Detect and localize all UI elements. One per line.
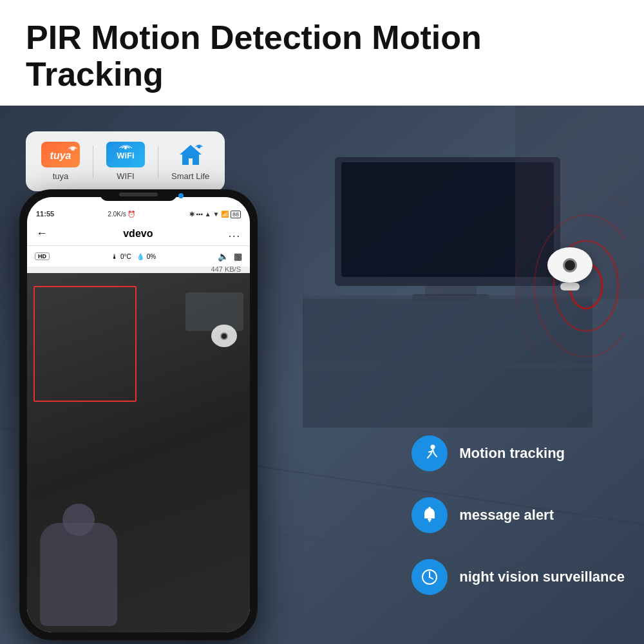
svg-rect-4 (425, 286, 477, 296)
divider-2 (158, 146, 158, 178)
nav-title: vdevo (48, 228, 229, 240)
svg-point-27 (428, 507, 431, 509)
phone-speaker (119, 193, 158, 196)
toolbar-info: 🌡 0°C 💧 0% (111, 253, 156, 260)
app-bar: tuya tuya (26, 131, 225, 191)
camera-in-feed (211, 325, 237, 347)
person-head (62, 504, 95, 536)
smartlife-item: Smart Life (171, 142, 209, 181)
svg-rect-26 (429, 520, 431, 522)
layout-icon[interactable]: ▦ (234, 251, 242, 261)
nav-bar: ← vdevo ... (27, 222, 250, 246)
back-button[interactable]: ← (36, 227, 48, 240)
smartlife-icon (175, 142, 207, 167)
header: PIR Motion Detection Motion Tracking (0, 0, 644, 106)
svg-text:WiFi: WiFi (117, 151, 134, 160)
message-alert-label: message alert (459, 507, 554, 524)
quality-selector[interactable]: HD (35, 252, 50, 260)
wifi-item: WiFi WIFI (106, 142, 145, 181)
person-silhouette (40, 523, 117, 626)
phone-inner: 11:55 2.0K/s ⏰ ✱ ▪▪▪ ▲ ▼ 📶 88 ← vdevo ..… (27, 197, 250, 632)
camera-base (560, 283, 580, 290)
speed-display: 447 KB/S (27, 265, 241, 273)
camera-body (547, 247, 592, 283)
tuya-label: tuya (53, 171, 69, 181)
tuya-icon: tuya (41, 142, 80, 167)
page-title: PIR Motion Detection Motion Tracking (26, 19, 618, 93)
svg-point-18 (124, 147, 127, 149)
motion-tracking-icon (412, 435, 448, 471)
camera-lens (563, 258, 577, 272)
humidity-icon: 💧 (137, 253, 144, 260)
phone-mockup: 11:55 2.0K/s ⏰ ✱ ▪▪▪ ▲ ▼ 📶 88 ← vdevo ..… (19, 189, 258, 640)
message-alert-icon (412, 497, 448, 533)
status-speed: 2.0K/s ⏰ (108, 211, 135, 218)
divider-1 (93, 146, 93, 178)
toolbar-right: 🔈 ▦ (218, 251, 242, 261)
main-area: tuya tuya (0, 106, 644, 644)
volume-icon[interactable]: 🔈 (218, 251, 229, 261)
wifi-label: WIFI (117, 171, 134, 181)
phone-screen: 11:55 2.0K/s ⏰ ✱ ▪▪▪ ▲ ▼ 📶 88 ← vdevo ..… (27, 197, 250, 632)
hd-label: HD (38, 253, 46, 260)
more-button[interactable]: ... (229, 228, 241, 240)
svg-rect-8 (303, 363, 592, 368)
feature-night-vision: night vision surveillance (412, 559, 625, 595)
camera-feed[interactable] (27, 273, 250, 632)
wifi-icon: WiFi (106, 142, 145, 167)
svg-text:tuya: tuya (50, 150, 71, 161)
feature-message-alert: message alert (412, 497, 625, 533)
camera-lens-small (220, 332, 228, 340)
night-vision-icon (412, 559, 448, 595)
status-signal: ✱ ▪▪▪ ▲ ▼ 📶 88 (189, 211, 241, 218)
furniture-top (185, 292, 243, 331)
humidity-value: 0% (147, 253, 156, 260)
svg-point-31 (429, 576, 431, 578)
cam-toolbar: HD 🌡 0°C 💧 0% 🔈 ▦ (27, 246, 250, 267)
motion-detection-box (33, 286, 137, 402)
features-list: Motion tracking message alert (412, 435, 625, 595)
svg-point-24 (431, 445, 435, 450)
feature-motion-tracking: Motion tracking (412, 435, 625, 471)
smartlife-label: Smart Life (171, 171, 209, 181)
toolbar-left: HD (35, 252, 50, 260)
motion-tracking-label: Motion tracking (459, 445, 565, 462)
cam-feed-bg (27, 273, 250, 632)
camera-device (547, 247, 592, 290)
night-vision-label: night vision surveillance (459, 569, 625, 585)
temp-value: 0°C (120, 253, 131, 260)
status-time: 11:55 (36, 210, 54, 218)
phone-outer: 11:55 2.0K/s ⏰ ✱ ▪▪▪ ▲ ▼ 📶 88 ← vdevo ..… (19, 189, 258, 640)
tuya-item: tuya tuya (41, 142, 80, 181)
temp-icon: 🌡 (111, 253, 118, 260)
